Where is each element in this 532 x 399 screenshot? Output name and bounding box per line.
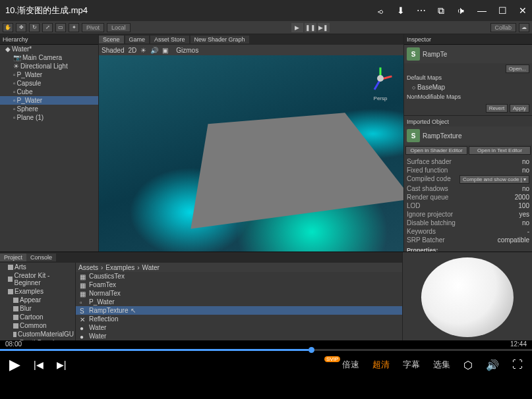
hierarchy-item[interactable]: ☀Directional Light: [0, 62, 98, 70]
open-shader-editor-button[interactable]: Open in Shader Editor: [405, 146, 467, 155]
next-button[interactable]: ▶|: [57, 359, 67, 370]
tab-asset-store[interactable]: Asset Store: [150, 36, 189, 43]
inspector-tab[interactable]: Inspector: [404, 34, 532, 45]
download-icon[interactable]: ⬇: [397, 5, 405, 16]
gizmo-label: Persp: [364, 95, 397, 101]
play-icon[interactable]: ▶: [291, 23, 303, 32]
folder-icon: [13, 332, 16, 337]
shaded-dropdown[interactable]: Shaded: [102, 47, 124, 54]
open-button[interactable]: Open...: [506, 65, 529, 73]
subtitle-button[interactable]: 字幕: [403, 359, 420, 371]
hierarchy-tab[interactable]: Hierarchy: [0, 34, 98, 45]
material-preview[interactable]: [421, 257, 514, 337]
file-item[interactable]: ▫P_Water: [76, 298, 402, 306]
svip-badge: SVIP: [324, 356, 340, 362]
mute-icon[interactable]: 🕩: [456, 5, 465, 16]
video-titlebar: 10.渐变图的生成.mp4 ⪦ ⬇ ⋯ ⧉ 🕩 — ☐ ✕: [0, 0, 532, 21]
pivot-toggle[interactable]: Pivot: [82, 23, 104, 32]
fullscreen-icon[interactable]: ⛶: [512, 359, 523, 371]
progress-handle[interactable]: [309, 347, 314, 353]
breadcrumb-item[interactable]: Water: [142, 264, 160, 271]
rotate-tool-icon[interactable]: ↻: [29, 23, 40, 32]
file-item-selected[interactable]: SRampTexture ↖: [76, 306, 402, 315]
settings-icon[interactable]: ⬡: [463, 359, 473, 371]
folder-icon: [8, 289, 13, 294]
breadcrumb-item[interactable]: Assets: [78, 264, 98, 271]
breadcrumb-item[interactable]: Examples: [105, 264, 134, 271]
maximize-icon[interactable]: ☐: [498, 5, 507, 16]
pause-icon[interactable]: ❚❚: [305, 23, 316, 32]
hierarchy-item[interactable]: ▫Plane (1): [0, 113, 98, 122]
texture-icon: ▦: [80, 282, 86, 288]
apply-button[interactable]: Apply: [510, 104, 529, 113]
quality-button[interactable]: 超清: [372, 359, 390, 371]
speed-button[interactable]: 倍速: [342, 359, 359, 371]
file-item[interactable]: ▦NormalTex: [76, 289, 402, 298]
folder-icon: [13, 298, 18, 303]
script-icon: ✕: [80, 316, 86, 323]
imported-name: RampTexture: [423, 132, 461, 140]
folder-item[interactable]: Arts: [0, 263, 75, 271]
folder-item[interactable]: Common: [0, 321, 75, 330]
pip-icon[interactable]: ⧉: [438, 5, 444, 16]
share-icon[interactable]: ⪦: [376, 5, 385, 16]
tab-game[interactable]: Game: [125, 36, 150, 43]
file-item[interactable]: ▦CausticsTex: [76, 272, 402, 280]
hierarchy-item-selected[interactable]: ▫P_Water: [0, 96, 98, 105]
scene-viewport[interactable]: Persp: [99, 55, 403, 252]
minimize-icon[interactable]: —: [477, 5, 487, 16]
close-icon[interactable]: ✕: [519, 5, 527, 16]
mode-2d-toggle[interactable]: 2D: [128, 47, 136, 54]
collab-button[interactable]: Collab: [490, 23, 517, 32]
hierarchy-item[interactable]: ▫P_Water: [0, 70, 98, 79]
prefab-icon: ▫: [80, 299, 86, 306]
tab-console[interactable]: Console: [26, 253, 56, 261]
more-icon[interactable]: ⋯: [417, 5, 426, 16]
material-icon: ●: [80, 333, 86, 340]
file-item[interactable]: ▦FoamTex: [76, 280, 402, 289]
folder-icon: [8, 265, 13, 270]
hierarchy-item[interactable]: ▫Cube: [0, 88, 98, 96]
compile-code-button[interactable]: Compile and show code | ▾: [459, 175, 529, 184]
folder-item[interactable]: Appear: [0, 296, 75, 304]
folder-item[interactable]: CustomMaterialGU: [0, 330, 75, 338]
open-text-editor-button[interactable]: Open in Text Editor: [469, 146, 531, 155]
hand-tool-icon[interactable]: ✋: [3, 23, 13, 32]
tab-scene[interactable]: Scene: [99, 36, 124, 43]
tab-shader-graph[interactable]: New Shader Graph: [191, 36, 249, 43]
audio-icon[interactable]: 🔊: [150, 47, 158, 54]
scene-root[interactable]: ◆ Water*: [0, 45, 98, 53]
tab-project[interactable]: Project: [0, 253, 26, 261]
local-toggle[interactable]: Local: [107, 23, 131, 32]
file-item[interactable]: ✕Reflection: [76, 315, 402, 323]
prev-button[interactable]: |◀: [34, 359, 44, 370]
file-item[interactable]: ●Water: [76, 323, 402, 332]
volume-icon[interactable]: 🔊: [486, 359, 499, 371]
hierarchy-item[interactable]: ▫Capsule: [0, 79, 98, 88]
folder-item[interactable]: Blur: [0, 304, 75, 313]
file-item[interactable]: ●Water: [76, 332, 402, 340]
hierarchy-item[interactable]: 📷Main Camera: [0, 53, 98, 62]
episodes-button[interactable]: 选集: [433, 359, 450, 371]
play-controls: ▶ ❚❚ ▶❚: [291, 23, 330, 32]
gizmos-dropdown[interactable]: Gizmos: [176, 47, 198, 54]
fx-icon[interactable]: ▣: [162, 47, 168, 54]
gameobject-icon: ▫: [13, 80, 16, 87]
move-tool-icon[interactable]: ✥: [16, 23, 26, 32]
hierarchy-item[interactable]: ▫Sphere: [0, 105, 98, 113]
lighting-icon[interactable]: ☀: [140, 47, 146, 54]
rect-tool-icon[interactable]: ▭: [55, 23, 66, 32]
progress-bar[interactable]: [0, 349, 532, 351]
scale-tool-icon[interactable]: ⤢: [42, 23, 53, 32]
transform-tool-icon[interactable]: ✦: [69, 23, 79, 32]
imported-object-header: Imported Object: [404, 117, 532, 126]
folder-item[interactable]: Cartoon: [0, 313, 75, 321]
step-icon[interactable]: ▶❚: [318, 23, 330, 32]
cloud-icon[interactable]: ☁: [519, 23, 529, 32]
orientation-gizmo[interactable]: Persp: [364, 62, 397, 95]
gameobject-icon: ▫: [13, 71, 16, 78]
play-button[interactable]: ▶: [9, 356, 20, 373]
folder-item[interactable]: Examples: [0, 287, 75, 296]
folder-item[interactable]: Creator Kit - Beginner: [0, 271, 75, 287]
revert-button[interactable]: Revert: [486, 104, 508, 113]
